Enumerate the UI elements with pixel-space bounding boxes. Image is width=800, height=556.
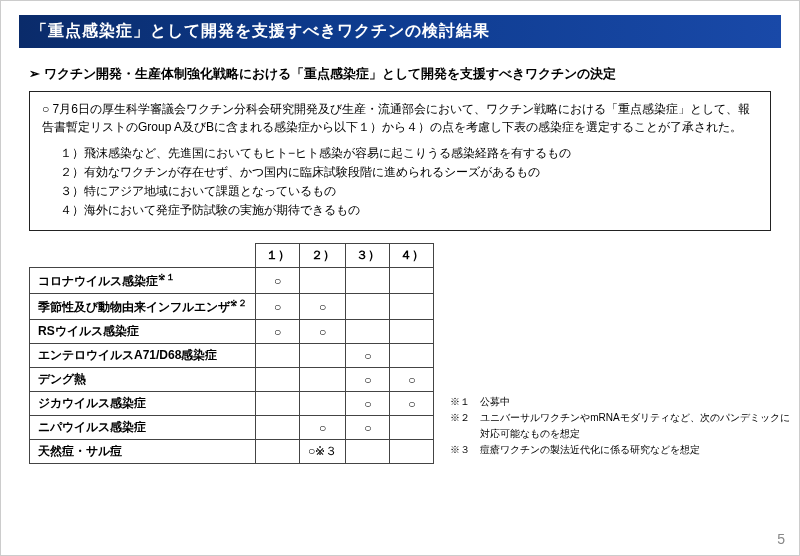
row-label: 季節性及び動物由来インフルエンザ [38, 300, 230, 314]
cell [300, 368, 346, 392]
criterion: ３）特にアジア地域において課題となっているもの [60, 182, 758, 200]
cell: ○ [390, 368, 434, 392]
cell [256, 392, 300, 416]
footnotes: ※１ 公募中 ※２ ユニバーサルワクチンやmRNAモダリティなど、次のパンデミッ… [450, 394, 789, 464]
row-sup: ※２ [230, 298, 247, 308]
cell [300, 344, 346, 368]
criterion: １）飛沫感染など、先進国においてもヒト−ヒト感染が容易に起こりうる感染経路を有す… [60, 144, 758, 162]
row-label: デング熱 [38, 372, 86, 386]
footnote: 対応可能なものを想定 [450, 426, 789, 442]
table-row: ジカウイルス感染症 ○ ○ [30, 392, 434, 416]
cell: ○ [256, 268, 300, 294]
cell [346, 440, 390, 464]
cell [390, 268, 434, 294]
footnote: ※１ 公募中 [450, 394, 789, 410]
row-label: RSウイルス感染症 [38, 324, 139, 338]
cell [346, 268, 390, 294]
cell: ○ [346, 344, 390, 368]
box-intro: ○ 7月6日の厚生科学審議会ワクチン分科会研究開発及び生産・流通部会において、ワ… [42, 100, 758, 136]
table-row: ニパウイルス感染症 ○ ○ [30, 416, 434, 440]
slide-title: 「重点感染症」として開発を支援すべきワクチンの検討結果 [19, 15, 781, 48]
cell: ○ [256, 320, 300, 344]
col-header: ２） [300, 244, 346, 268]
row-sup: ※１ [158, 272, 175, 282]
cell [390, 294, 434, 320]
cell [390, 320, 434, 344]
cell: ○ [300, 320, 346, 344]
row-label: エンテロウイルスA71/D68感染症 [38, 348, 217, 362]
row-label: コロナウイルス感染症 [38, 274, 158, 288]
table-row: コロナウイルス感染症※１ ○ [30, 268, 434, 294]
criterion: ４）海外において発症予防試験の実施が期待できるもの [60, 201, 758, 219]
row-label: ニパウイルス感染症 [38, 420, 146, 434]
row-label: ジカウイルス感染症 [38, 396, 146, 410]
col-header: ４） [390, 244, 434, 268]
cell [346, 320, 390, 344]
cell [390, 416, 434, 440]
cell: ○ [390, 392, 434, 416]
slide-content: ワクチン開発・生産体制強化戦略における「重点感染症」として開発を支援すべきワクチ… [1, 48, 799, 464]
cell [256, 440, 300, 464]
cell: ○ [300, 294, 346, 320]
cell: ○ [346, 368, 390, 392]
table-row: 季節性及び動物由来インフルエンザ※２ ○ ○ [30, 294, 434, 320]
criterion: ２）有効なワクチンが存在せず、かつ国内に臨床試験段階に進められるシーズがあるもの [60, 163, 758, 181]
cell: ○※３ [300, 440, 346, 464]
cell [346, 294, 390, 320]
cell [256, 368, 300, 392]
footnote: ※３ 痘瘡ワクチンの製法近代化に係る研究などを想定 [450, 442, 789, 458]
cell [300, 392, 346, 416]
table-header-row: １） ２） ３） ４） [30, 244, 434, 268]
col-header: １） [256, 244, 300, 268]
cell [256, 416, 300, 440]
table-row: 天然痘・サル痘 ○※３ [30, 440, 434, 464]
cell: ○ [300, 416, 346, 440]
cell: ○ [346, 416, 390, 440]
cell: ○ [346, 392, 390, 416]
cell [390, 344, 434, 368]
cell [390, 440, 434, 464]
info-box: ○ 7月6日の厚生科学審議会ワクチン分科会研究開発及び生産・流通部会において、ワ… [29, 91, 771, 231]
cell: ○ [256, 294, 300, 320]
lead-text: ワクチン開発・生産体制強化戦略における「重点感染症」として開発を支援すべきワクチ… [29, 66, 771, 83]
footnote: ※２ ユニバーサルワクチンやmRNAモダリティなど、次のパンデミックに [450, 410, 789, 426]
cell [256, 344, 300, 368]
disease-table: １） ２） ３） ４） コロナウイルス感染症※１ ○ 季節性及び動物由来インフル… [29, 243, 434, 464]
row-label: 天然痘・サル痘 [38, 444, 122, 458]
table-row: RSウイルス感染症 ○ ○ [30, 320, 434, 344]
col-header: ３） [346, 244, 390, 268]
table-row: エンテロウイルスA71/D68感染症 ○ [30, 344, 434, 368]
page-number: 5 [777, 531, 785, 547]
cell [300, 268, 346, 294]
table-row: デング熱 ○ ○ [30, 368, 434, 392]
criteria-list: １）飛沫感染など、先進国においてもヒト−ヒト感染が容易に起こりうる感染経路を有す… [42, 144, 758, 219]
